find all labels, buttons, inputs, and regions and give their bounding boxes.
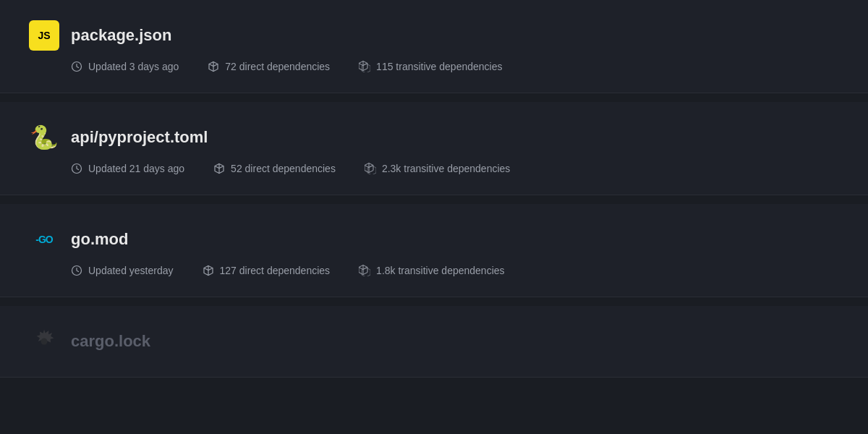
- rust-icon: [29, 326, 59, 357]
- box-icon: [213, 163, 225, 174]
- updated-text: Updated 3 days ago: [88, 61, 179, 72]
- go-icon: -GO: [29, 224, 59, 255]
- package-meta: Updated 3 days ago 72 direct dependencie…: [29, 61, 839, 72]
- package-list: JSpackage.json Updated 3 days ago 72 dir…: [0, 0, 868, 378]
- direct-deps-text: 52 direct dependencies: [231, 163, 336, 174]
- py-icon: 🐍: [29, 122, 59, 153]
- updated-meta: Updated 3 days ago: [71, 61, 179, 72]
- updated-text: Updated yesterday: [88, 265, 174, 276]
- transitive-deps-text: 2.3k transitive dependencies: [382, 163, 510, 174]
- package-name: package.json: [71, 26, 171, 45]
- package-meta: Updated yesterday 127 direct dependencie…: [29, 265, 839, 276]
- js-icon: JS: [29, 20, 59, 51]
- package-card-go-mod[interactable]: -GOgo.mod Updated yesterday 127 direct d…: [0, 204, 868, 297]
- package-card-api-pyproject[interactable]: 🐍api/pyproject.toml Updated 21 days ago …: [0, 102, 868, 195]
- direct-deps-text: 72 direct dependencies: [225, 61, 330, 72]
- transitive-deps-meta: 2.3k transitive dependencies: [365, 163, 510, 174]
- box-icon: [208, 61, 219, 72]
- transitive-deps-meta: 115 transitive dependencies: [359, 61, 502, 72]
- box-icon: [203, 265, 214, 276]
- transitive-deps-meta: 1.8k transitive dependencies: [359, 265, 504, 276]
- clock-icon: [71, 163, 82, 174]
- box-multi-icon: [365, 163, 376, 174]
- package-name: api/pyproject.toml: [71, 128, 208, 147]
- transitive-deps-text: 1.8k transitive dependencies: [376, 265, 504, 276]
- direct-deps-meta: 127 direct dependencies: [203, 265, 331, 276]
- transitive-deps-text: 115 transitive dependencies: [376, 61, 502, 72]
- package-header: JSpackage.json: [29, 20, 839, 51]
- direct-deps-text: 127 direct dependencies: [220, 265, 331, 276]
- updated-meta: Updated yesterday: [71, 265, 174, 276]
- package-header: 🐍api/pyproject.toml: [29, 122, 839, 153]
- package-card-cargo-lock[interactable]: cargo.lock: [0, 306, 868, 378]
- package-header: -GOgo.mod: [29, 224, 839, 255]
- updated-meta: Updated 21 days ago: [71, 163, 184, 174]
- package-name: cargo.lock: [71, 332, 150, 351]
- box-multi-icon: [359, 265, 370, 276]
- package-header: cargo.lock: [29, 326, 839, 357]
- updated-text: Updated 21 days ago: [88, 163, 184, 174]
- clock-icon: [71, 265, 82, 276]
- package-card-package-json[interactable]: JSpackage.json Updated 3 days ago 72 dir…: [0, 0, 868, 93]
- direct-deps-meta: 72 direct dependencies: [208, 61, 330, 72]
- package-name: go.mod: [71, 230, 128, 249]
- svg-point-3: [41, 339, 48, 345]
- clock-icon: [71, 61, 82, 72]
- direct-deps-meta: 52 direct dependencies: [213, 163, 336, 174]
- package-meta: Updated 21 days ago 52 direct dependenci…: [29, 163, 839, 174]
- box-multi-icon: [359, 61, 370, 72]
